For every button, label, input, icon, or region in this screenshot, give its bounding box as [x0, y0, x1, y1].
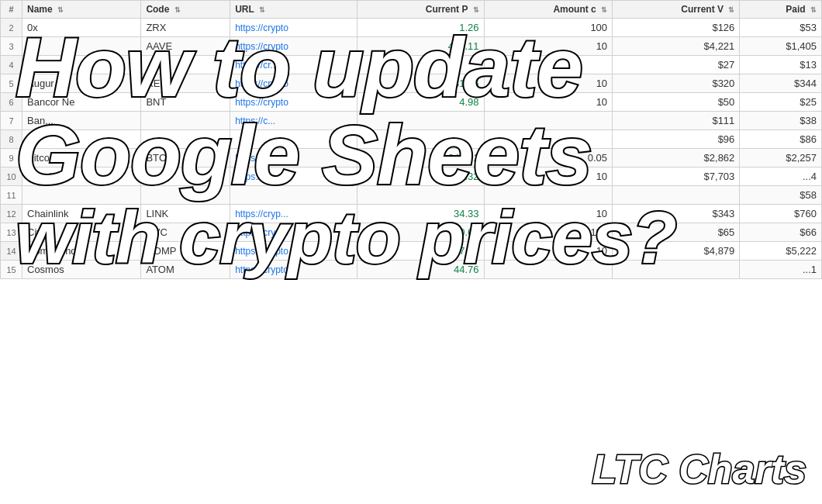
- cell-url[interactable]: https://crypto: [230, 74, 357, 93]
- cell-row-num: 9: [1, 149, 22, 167]
- cell-url[interactable]: [230, 130, 357, 149]
- cell-name: a: [22, 37, 141, 56]
- cell-current-value: $126: [613, 19, 740, 37]
- cell-code: COMP: [141, 242, 230, 261]
- cell-url[interactable]: https://crypto: [230, 149, 357, 167]
- cell-amount: 100: [484, 223, 613, 242]
- sort-icon-code: ⇅: [174, 6, 181, 14]
- cell-code: [141, 56, 230, 74]
- cell-current-price: [357, 112, 484, 130]
- cell-current-price: [357, 56, 484, 74]
- cell-url[interactable]: https://crypto: [230, 261, 357, 279]
- cell-name: Ban...: [22, 112, 141, 130]
- url-link[interactable]: https://crypto: [235, 264, 288, 275]
- cell-paid: $5,222: [740, 242, 822, 261]
- cell-code: LINK: [141, 205, 230, 223]
- cell-amount: [484, 112, 613, 130]
- cell-current-value: [613, 261, 740, 279]
- cell-current-value: $343: [613, 205, 740, 223]
- cell-paid: $86: [740, 130, 822, 149]
- sort-icon-current-v: ⇅: [728, 6, 734, 14]
- cell-name: 0x: [22, 19, 141, 37]
- cell-url[interactable]: https://crypto: [230, 223, 357, 242]
- url-link[interactable]: https://crypto: [235, 246, 288, 257]
- url-link[interactable]: https://crypto: [235, 22, 288, 33]
- cell-current-value: $111: [613, 112, 740, 130]
- cell-paid: $38: [740, 112, 822, 130]
- cell-url[interactable]: https://crypto: [230, 19, 357, 37]
- cell-paid: $13: [740, 56, 822, 74]
- cell-current-price: 4.98: [357, 93, 484, 112]
- cell-current-value: $7,703: [613, 167, 740, 186]
- cell-current-price: 1.26: [357, 19, 484, 37]
- cell-name: Civic: [22, 223, 141, 242]
- cell-url[interactable]: https://crypto: [230, 93, 357, 112]
- cell-row-num: 13: [1, 223, 22, 242]
- col-header-current-v[interactable]: Current V ⇅: [613, 1, 740, 19]
- col-header-code[interactable]: Code ⇅: [141, 1, 230, 19]
- sort-icon-amount: ⇅: [601, 6, 607, 14]
- cell-url[interactable]: https://...: [230, 167, 357, 186]
- cell-current-value: $27: [613, 56, 740, 74]
- col-header-amount[interactable]: Amount c ⇅: [484, 1, 613, 19]
- cell-name: [22, 186, 141, 205]
- cell-url[interactable]: https://c...: [230, 112, 357, 130]
- cell-row-num: 7: [1, 112, 22, 130]
- cell-code: BTC: [141, 149, 230, 167]
- col-header-paid[interactable]: Paid ⇅: [740, 1, 822, 19]
- url-link[interactable]: https://...: [235, 171, 271, 182]
- cell-name: Bitcoi...: [22, 167, 141, 186]
- url-link[interactable]: https://crypto: [235, 41, 288, 52]
- cell-paid: $344: [740, 74, 822, 93]
- cell-paid: $25: [740, 93, 822, 112]
- cell-url[interactable]: https://cryp...: [230, 205, 357, 223]
- url-link[interactable]: https://crypto: [235, 153, 288, 164]
- url-link[interactable]: https://cr...: [235, 60, 278, 71]
- cell-current-price: 0.65: [357, 223, 484, 242]
- col-header-url[interactable]: URL ⇅: [230, 1, 357, 19]
- cell-code: BNT: [141, 93, 230, 112]
- cell-current-price: [357, 186, 484, 205]
- cell-code: CVC: [141, 223, 230, 242]
- col-header-name[interactable]: Name ⇅: [22, 1, 141, 19]
- cell-code: ...: [141, 167, 230, 186]
- cell-paid: $2,257: [740, 149, 822, 167]
- table-row: 11 $58: [1, 186, 822, 205]
- cell-name: Cosmos: [22, 261, 141, 279]
- cell-name: Chainlink: [22, 205, 141, 223]
- cell-name: [22, 56, 141, 74]
- cell-paid: $760: [740, 205, 822, 223]
- sort-icon-name: ⇅: [57, 6, 64, 14]
- cell-amount: 10: [484, 37, 613, 56]
- cell-url[interactable]: https://crypto: [230, 242, 357, 261]
- cell-row-num: 11: [1, 186, 22, 205]
- url-link[interactable]: https://cryp...: [235, 209, 288, 219]
- url-link[interactable]: https://c...: [235, 116, 275, 126]
- table-row: 14 Compound COMP https://crypto 487.88 1…: [1, 242, 822, 261]
- cell-url[interactable]: [230, 186, 357, 205]
- url-link[interactable]: https://crypto: [235, 97, 288, 108]
- cell-url[interactable]: https://cr...: [230, 56, 357, 74]
- cell-amount: [484, 186, 613, 205]
- cell-row-num: 5: [1, 74, 22, 93]
- cell-amount: 100: [484, 19, 613, 37]
- cell-name: [22, 130, 141, 149]
- cell-current-price: 487.88: [357, 242, 484, 261]
- url-link[interactable]: https://crypto: [235, 78, 288, 89]
- cell-current-value: $320: [613, 74, 740, 93]
- cell-current-price: [357, 130, 484, 149]
- url-link[interactable]: https://crypto: [235, 227, 288, 238]
- cell-row-num: 4: [1, 56, 22, 74]
- cell-name: Bancor Ne: [22, 93, 141, 112]
- spreadsheet: # Name ⇅ Code ⇅ URL ⇅ Current P ⇅: [0, 0, 822, 504]
- cell-code: AAVE: [141, 37, 230, 56]
- cell-current-price: 57,248.71: [357, 149, 484, 167]
- sort-icon-paid: ⇅: [810, 6, 817, 14]
- cell-paid: $53: [740, 19, 822, 37]
- cell-current-value: $4,221: [613, 37, 740, 56]
- cell-url[interactable]: https://crypto: [230, 37, 357, 56]
- cell-row-num: 12: [1, 205, 22, 223]
- col-header-current-p[interactable]: Current P ⇅: [357, 1, 484, 19]
- cell-paid: ...4: [740, 167, 822, 186]
- cell-row-num: 10: [1, 167, 22, 186]
